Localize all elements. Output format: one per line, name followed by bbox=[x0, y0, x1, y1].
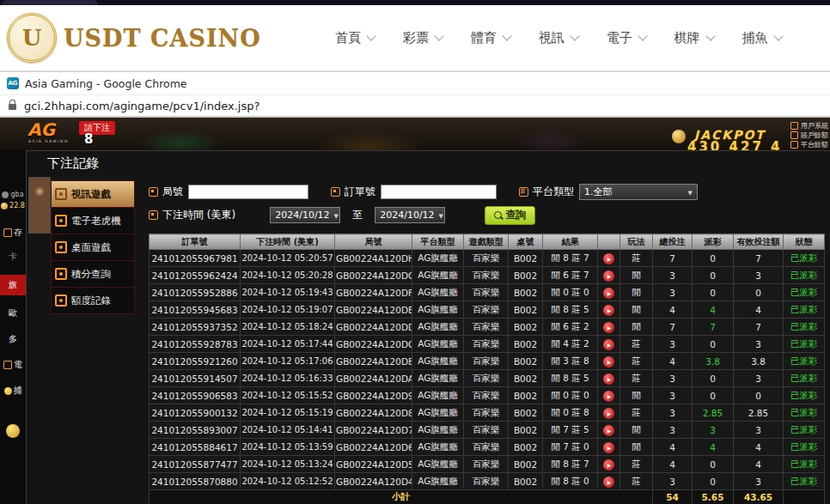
replay-button[interactable]: ▶ bbox=[603, 459, 614, 471]
time-cell: 2024-10-12 05:12:52 bbox=[241, 473, 335, 490]
replay-cell: ▶ bbox=[598, 250, 620, 267]
menu-item-live-games[interactable]: 視訊遊戲 bbox=[51, 180, 135, 208]
account-balance-link[interactable]: 賬戶餘額 bbox=[790, 131, 828, 140]
payout-cell: 0 bbox=[693, 336, 734, 353]
rail-hall-egame[interactable]: 電 bbox=[0, 355, 26, 374]
header-status: 狀態 bbox=[784, 234, 825, 250]
rail-hall-fishing[interactable]: 捕 bbox=[0, 381, 26, 400]
payout-cell: 0 bbox=[693, 267, 734, 284]
replay-button[interactable]: ▶ bbox=[603, 391, 614, 402]
chrome-titlebar[interactable]: AG Asia Gaming - Google Chrome bbox=[0, 71, 830, 95]
platform-cell: AG旗艦廳 bbox=[412, 301, 464, 319]
ag-lobby-header: AG ASIA GAMING 請下注 8 JACKPOT 430 427 4 用… bbox=[0, 118, 830, 150]
date-from-select[interactable]: 2024/10/12 bbox=[270, 207, 340, 223]
menu-item-points-query[interactable]: 積分查詢 bbox=[51, 261, 135, 288]
order-cell: 241012055870880 bbox=[150, 473, 241, 490]
status-cell: 已派彩 bbox=[784, 319, 825, 336]
payout-cell: 0 bbox=[693, 473, 734, 490]
platform-type-select[interactable]: 1.全部 bbox=[579, 184, 698, 200]
url-text[interactable]: gci.2hhapi.com/agingame/pcv1/index.jsp? bbox=[24, 100, 259, 112]
menu-item-table-games[interactable]: 桌面遊戲 bbox=[51, 234, 135, 261]
nav-item-lottery[interactable]: 彩票 bbox=[403, 30, 442, 46]
status-cell: 已派彩 bbox=[784, 387, 825, 404]
date-to-select[interactable]: 2024/10/12 bbox=[375, 207, 445, 223]
coin-icon bbox=[1, 203, 8, 209]
replay-button[interactable]: ▶ bbox=[603, 270, 614, 282]
table-no-cell: B002 bbox=[509, 284, 543, 301]
menu-square-icon bbox=[790, 141, 798, 149]
nav-item-sports[interactable]: 體育 bbox=[471, 30, 510, 46]
replay-cell: ▶ bbox=[598, 387, 620, 404]
menu-item-slots[interactable]: 電子老虎機 bbox=[51, 208, 135, 234]
status-cell: 已派彩 bbox=[784, 250, 825, 267]
replay-button[interactable]: ▶ bbox=[603, 322, 614, 333]
replay-button[interactable]: ▶ bbox=[603, 288, 614, 299]
table-row: 2410120558930072024-10-12 05:14:41GB0022… bbox=[150, 422, 825, 439]
rail-deposit[interactable]: 存 bbox=[0, 223, 26, 242]
result-cell: 閒 8 莊 5 bbox=[543, 370, 598, 387]
bet-cell: 7 bbox=[653, 319, 693, 336]
rail-hall-flagship[interactable]: 旗 bbox=[0, 275, 26, 295]
replay-button[interactable]: ▶ bbox=[603, 305, 614, 316]
platform-balance-link[interactable]: 平台餘額 bbox=[790, 140, 828, 149]
platform-cell: AG旗艦廳 bbox=[412, 473, 464, 490]
nav-item-slots[interactable]: 電子 bbox=[607, 30, 646, 46]
rail-card[interactable]: 卡 bbox=[0, 247, 26, 266]
ag-user-menu: 用戶系統 賬戶餘額 平台餘額 bbox=[790, 121, 828, 149]
round-number-input[interactable] bbox=[188, 185, 308, 199]
browser-tab[interactable] bbox=[2, 0, 98, 5]
round-cell: GB00224A120D9 bbox=[335, 387, 412, 404]
platform-cell: AG旗艦廳 bbox=[412, 336, 464, 353]
rail-hall-multi[interactable]: 多 bbox=[0, 330, 26, 349]
bet-cell: 4 bbox=[653, 439, 693, 456]
time-cell: 2024-10-12 05:19:43 bbox=[241, 284, 335, 301]
nav-item-cards[interactable]: 棋牌 bbox=[674, 30, 714, 46]
chevron-down-icon bbox=[502, 31, 511, 40]
order-number-icon bbox=[331, 187, 340, 197]
result-cell: 閒 4 莊 2 bbox=[543, 336, 598, 353]
replay-button[interactable]: ▶ bbox=[603, 477, 614, 488]
platform-cell: AG旗艦廳 bbox=[412, 319, 464, 336]
replay-button[interactable]: ▶ bbox=[603, 253, 614, 264]
nav-label: 電子 bbox=[607, 30, 632, 46]
date-to-value: 2024/10/12 bbox=[380, 209, 434, 221]
subtotal-label: 小計 bbox=[150, 490, 653, 504]
table-row: 2410120559679812024-10-12 05:20:57GB0022… bbox=[150, 250, 825, 267]
replay-button[interactable]: ▶ bbox=[603, 356, 614, 367]
lock-icon[interactable] bbox=[9, 104, 16, 110]
replay-button[interactable]: ▶ bbox=[603, 425, 614, 436]
replay-button[interactable]: ▶ bbox=[603, 339, 614, 350]
menu-item-quota-records[interactable]: 額度記錄 bbox=[51, 288, 135, 314]
nav-item-live[interactable]: 視訊 bbox=[539, 30, 578, 46]
order-number-input[interactable] bbox=[381, 185, 497, 199]
replay-button[interactable]: ▶ bbox=[603, 408, 614, 419]
replay-cell: ▶ bbox=[598, 439, 620, 456]
play-cell: 閒 bbox=[620, 301, 653, 319]
casino-nav: 首頁 彩票 體育 視訊 電子 棋牌 bbox=[261, 30, 830, 46]
nav-item-home[interactable]: 首頁 bbox=[335, 30, 375, 46]
chrome-addressbar[interactable]: gci.2hhapi.com/agingame/pcv1/index.jsp? bbox=[0, 95, 830, 118]
replay-button[interactable]: ▶ bbox=[603, 442, 614, 453]
order-cell: 241012055967981 bbox=[150, 250, 241, 267]
table-no-cell: B002 bbox=[509, 387, 543, 404]
fish-coin-icon bbox=[4, 387, 12, 395]
search-button[interactable]: 查詢 bbox=[485, 206, 535, 225]
ag-logo: AG bbox=[27, 121, 55, 138]
nav-item-fishing[interactable]: 捕魚 bbox=[742, 30, 782, 46]
rail-hall-label: 旗 bbox=[9, 279, 17, 291]
rail-hall-europe[interactable]: 歐 bbox=[0, 304, 26, 323]
valid-bet-cell: 3 bbox=[734, 370, 784, 387]
date-from-value: 2024/10/12 bbox=[275, 209, 329, 221]
browser-tab-strip bbox=[0, 0, 830, 5]
user-system-link[interactable]: 用戶系統 bbox=[790, 121, 828, 131]
subtotal-status bbox=[784, 490, 825, 504]
status-cell: 已派彩 bbox=[784, 370, 825, 387]
live-games-icon bbox=[55, 188, 67, 200]
game-type-cell: 百家樂 bbox=[464, 473, 509, 490]
replay-button[interactable]: ▶ bbox=[603, 373, 614, 385]
casino-logo[interactable]: U USDT CASINO bbox=[7, 13, 261, 63]
play-cell: 閒 bbox=[620, 319, 653, 336]
result-cell: 閒 8 莊 5 bbox=[543, 301, 598, 319]
valid-bet-cell: 4 bbox=[734, 456, 784, 473]
replay-cell: ▶ bbox=[598, 370, 620, 387]
